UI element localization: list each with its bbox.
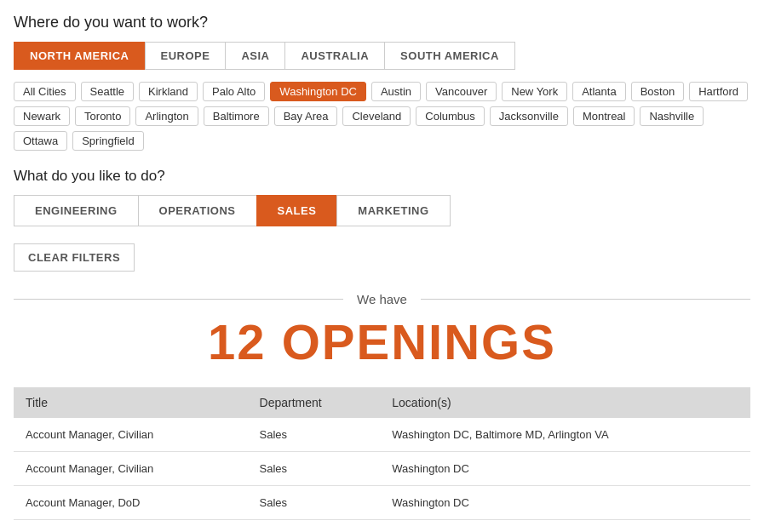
city-tag-newark[interactable]: Newark xyxy=(14,106,70,126)
continent-tab-north-america[interactable]: NORTH AMERICA xyxy=(14,42,146,70)
divider-line-right xyxy=(421,299,750,300)
category-tab-marketing[interactable]: MARKETING xyxy=(336,195,450,226)
city-tag-springfield[interactable]: Springfield xyxy=(72,131,143,151)
city-tag-arlington[interactable]: Arlington xyxy=(135,106,198,126)
table-header-row: Title Department Location(s) xyxy=(14,387,750,418)
continent-tab-australia[interactable]: AUSTRALIA xyxy=(284,42,385,70)
category-tab-engineering[interactable]: ENGINEERING xyxy=(14,195,139,226)
job-title: Account Manager, DoD xyxy=(14,486,248,520)
city-tag-nashville[interactable]: Nashville xyxy=(640,106,704,126)
continent-tab-south-america[interactable]: SOUTH AMERICA xyxy=(384,42,515,70)
table-header-title: Title xyxy=(14,387,248,418)
city-tag-baltimore[interactable]: Baltimore xyxy=(204,106,269,126)
continent-tab-europe[interactable]: EUROPE xyxy=(145,42,227,70)
city-tag-vancouver[interactable]: Vancouver xyxy=(426,82,497,101)
table-header-locations: Location(s) xyxy=(380,387,750,418)
city-tag-jacksonville[interactable]: Jacksonville xyxy=(490,106,568,126)
divider-line-left xyxy=(14,299,343,300)
clear-filters-button[interactable]: CLEAR FILTERS xyxy=(14,243,135,272)
job-title: Account Manager, Civilian xyxy=(14,452,248,486)
city-tag-ottawa[interactable]: Ottawa xyxy=(14,131,67,151)
table-body: Account Manager, Civilian Sales Washingt… xyxy=(14,418,750,520)
category-tab-sales[interactable]: SALES xyxy=(256,195,338,226)
table-header-department: Department xyxy=(248,387,381,418)
city-tag-new-york[interactable]: New York xyxy=(502,82,567,101)
city-tag-montreal[interactable]: Montreal xyxy=(573,106,635,126)
continent-tab-asia[interactable]: ASIA xyxy=(225,42,285,70)
job-department: Sales xyxy=(248,452,381,486)
table-row: Account Manager, Civilian Sales Washingt… xyxy=(14,418,750,452)
city-tag-hartford[interactable]: Hartford xyxy=(689,82,748,101)
job-locations: Washington DC xyxy=(380,486,750,520)
city-tag-toronto[interactable]: Toronto xyxy=(75,106,130,126)
category-tab-operations[interactable]: OPERATIONS xyxy=(138,195,257,226)
continent-tabs: NORTH AMERICA EUROPE ASIA AUSTRALIA SOUT… xyxy=(14,42,750,70)
category-question-heading: What do you like to do? xyxy=(14,168,750,185)
we-have-text: We have xyxy=(357,292,407,306)
jobs-table: Title Department Location(s) Account Man… xyxy=(14,387,750,520)
table-row: Account Manager, Civilian Sales Washingt… xyxy=(14,452,750,486)
city-tag-washington-dc[interactable]: Washington DC xyxy=(270,82,366,101)
work-question-heading: Where do you want to work? xyxy=(14,14,750,31)
job-department: Sales xyxy=(248,486,381,520)
city-tag-kirkland[interactable]: Kirkland xyxy=(139,82,198,101)
category-tabs: ENGINEERING OPERATIONS SALES MARKETING xyxy=(14,195,750,226)
city-tag-atlanta[interactable]: Atlanta xyxy=(572,82,625,101)
job-locations: Washington DC, Baltimore MD, Arlington V… xyxy=(380,418,750,452)
city-tag-cleveland[interactable]: Cleveland xyxy=(342,106,411,126)
city-tag-all-cities[interactable]: All Cities xyxy=(14,82,76,101)
city-tag-columbus[interactable]: Columbus xyxy=(416,106,485,126)
city-tag-austin[interactable]: Austin xyxy=(371,82,421,101)
job-title: Account Manager, Civilian xyxy=(14,418,248,452)
city-tag-palo-alto[interactable]: Palo Alto xyxy=(203,82,265,101)
job-locations: Washington DC xyxy=(380,452,750,486)
job-department: Sales xyxy=(248,418,381,452)
openings-count: 12 OPENINGS xyxy=(14,313,750,370)
we-have-divider: We have xyxy=(14,292,750,306)
we-have-section: We have 12 OPENINGS xyxy=(14,292,750,370)
city-tags: All Cities Seattle Kirkland Palo Alto Wa… xyxy=(14,82,750,151)
city-tag-seattle[interactable]: Seattle xyxy=(81,82,134,101)
city-tag-bay-area[interactable]: Bay Area xyxy=(274,106,338,126)
city-tag-boston[interactable]: Boston xyxy=(631,82,684,101)
table-row: Account Manager, DoD Sales Washington DC xyxy=(14,486,750,520)
